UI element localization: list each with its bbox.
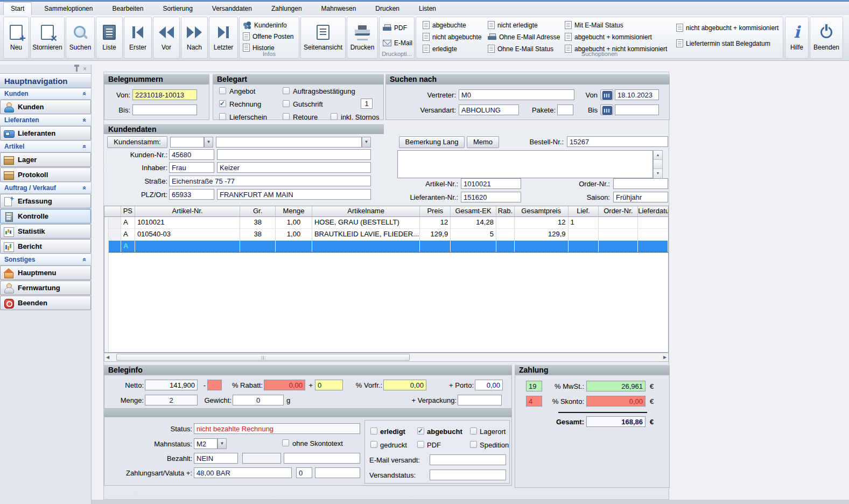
vorfracht-faktor-input[interactable] (315, 380, 343, 390)
mahnstatus-input[interactable] (194, 438, 217, 449)
mwst-prozent-input[interactable] (526, 381, 542, 391)
drucken-button[interactable]: Drucken (347, 17, 378, 59)
column-header-preis[interactable]: Preis (420, 206, 451, 216)
table-row[interactable]: A 1010021 38 1,00 HOSE, GRAU (BESTELLT) … (109, 217, 668, 229)
gedruckt-checkbox[interactable] (370, 441, 377, 448)
group-header-lieferanten[interactable]: Lieferanten« (0, 115, 91, 126)
filter-liefertermin-statt-belegdatum[interactable]: Liefertermin statt Belegdatum (676, 38, 770, 49)
kunden-name-input[interactable] (217, 149, 371, 160)
tab-sammeloptionen[interactable]: Sammeloptionen (37, 3, 100, 15)
close-icon[interactable]: × (83, 66, 87, 72)
sidebar-item-kontrolle[interactable]: Kontrolle (0, 209, 91, 223)
porto-input[interactable] (475, 380, 503, 390)
group-header-auftrag-verkauf[interactable]: Auftrag / Verkauf« (0, 183, 91, 194)
filter-abgebuchte[interactable]: abgebuchte (423, 19, 466, 31)
column-header-lief[interactable]: Lief. (569, 206, 599, 216)
valuta-input[interactable] (296, 467, 312, 478)
gutschrift-checkbox[interactable] (283, 100, 290, 107)
column-header-ps[interactable]: PS (121, 206, 135, 216)
sidebar-item-kunden[interactable]: Kunden (0, 100, 91, 114)
group-header-sonstiges[interactable]: Sonstiges« (0, 254, 91, 265)
scroll-up-icon[interactable]: ▲ (654, 151, 662, 160)
bestell-nr-input[interactable] (567, 136, 668, 147)
plz-input[interactable] (169, 189, 214, 200)
filter-nicht-abgebucht-kommisioniert[interactable]: nicht abgebucht + kommisioniert (676, 22, 778, 33)
inkl-stornos-checkbox[interactable] (331, 113, 338, 120)
tab-zahlungen[interactable]: Zahlungen (264, 3, 309, 15)
calendar-icon[interactable] (600, 104, 613, 115)
skonto-input[interactable] (586, 396, 645, 407)
abgebucht-checkbox[interactable] (417, 428, 424, 435)
kundenstamm-select-input[interactable] (170, 137, 204, 148)
pdf-item[interactable]: PDF (383, 22, 407, 33)
sidebar-item-hauptmenu[interactable]: Hauptmenu (0, 265, 91, 280)
column-header-gesamtpreis[interactable]: Gesamtpreis (515, 206, 569, 216)
sidebar-item-lager[interactable]: Lager (0, 152, 91, 167)
bemerkung-lang-button[interactable]: Bemerkung Lang (399, 136, 465, 148)
letzter-button[interactable]: Letzter (209, 17, 238, 59)
sidebar-item-erfassung[interactable]: Erfassung (0, 194, 91, 208)
belegnummer-von-input[interactable] (132, 89, 197, 100)
artikel-nr-input[interactable] (461, 178, 521, 189)
scroll-box[interactable] (654, 160, 662, 169)
pin-icon[interactable] (76, 67, 78, 72)
tab-mahnwesen[interactable]: Mahnwesen (314, 3, 363, 15)
skonto-prozent-input[interactable] (526, 396, 542, 407)
vorfracht-input[interactable] (383, 380, 426, 390)
filter-ohne-email-adresse[interactable]: Ohne E-Mail Adresse (488, 31, 560, 43)
status-input[interactable] (194, 423, 360, 434)
sidebar-item-lieferanten[interactable]: Lieferanten (0, 126, 91, 141)
versandstatus-input[interactable] (430, 470, 506, 480)
email-versandt-input[interactable] (430, 454, 506, 465)
rechnung-checkbox[interactable] (219, 100, 226, 107)
bezahlt-betrag-input[interactable] (284, 453, 360, 464)
scroll-down-icon[interactable]: ▼ (654, 169, 662, 178)
scrollbar-thumb[interactable] (116, 354, 410, 361)
column-header-order-nr[interactable]: Order-Nr. (599, 206, 638, 216)
offene-posten-item[interactable]: Offene Posten (243, 31, 294, 42)
zahlungsart-zusatz-input[interactable] (315, 467, 360, 478)
ort-input[interactable] (217, 189, 371, 200)
nachname-input[interactable] (217, 162, 371, 173)
anrede-input[interactable] (169, 162, 214, 173)
dropdown-arrow-icon[interactable]: ▼ (362, 137, 371, 148)
kundenstamm-button[interactable]: Kundenstamm: (107, 136, 167, 148)
neu-button[interactable]: + Neu (3, 17, 29, 59)
ohne-skontotext-checkbox[interactable] (282, 439, 289, 446)
order-nr-input[interactable] (613, 178, 668, 189)
suchen-button[interactable]: Suchen (66, 17, 95, 59)
saison-input[interactable] (613, 192, 668, 202)
scroll-right-icon[interactable]: ▶ (662, 355, 668, 360)
calendar-icon[interactable] (600, 89, 613, 100)
retoure-checkbox[interactable] (283, 113, 290, 120)
auftragsbestaetigung-checkbox[interactable] (283, 87, 290, 94)
column-header-artikel-nr[interactable]: Artikel-Nr. (135, 206, 240, 216)
column-header-lieferdatum[interactable]: Lieferdatu (638, 206, 668, 216)
sidebar-item-bericht[interactable]: Bericht (0, 239, 91, 254)
sidebar-item-beenden[interactable]: Beenden (0, 296, 91, 310)
beenden-button[interactable]: Beenden (810, 17, 843, 59)
filter-abgebucht-kommisioniert[interactable]: abgebucht + kommisioniert (565, 31, 652, 43)
table-row-selected[interactable]: A (109, 241, 668, 253)
kundeninfo-item[interactable]: Kundeninfo (243, 19, 287, 31)
menge-input[interactable] (145, 395, 198, 405)
vor-button[interactable]: Vor (153, 17, 180, 59)
bezahlt-input[interactable] (194, 453, 238, 464)
lieferschein-checkbox[interactable] (219, 113, 226, 120)
filter-nicht-erledigte[interactable]: nicht erledigte (488, 19, 538, 31)
dropdown-arrow-icon[interactable]: ▼ (217, 438, 227, 449)
pdf-checkbox[interactable] (417, 441, 424, 448)
erledigt-checkbox[interactable] (370, 428, 377, 435)
tab-start[interactable]: Start (3, 2, 32, 15)
column-header-gr[interactable]: Gr. (240, 206, 276, 216)
lieferanten-nr-input[interactable] (461, 192, 521, 202)
spedition-checkbox[interactable] (470, 441, 477, 448)
email-item[interactable]: E-Mail (383, 37, 412, 48)
filter-mit-email-status[interactable]: Mit E-Mail Status (565, 19, 623, 31)
tab-listen[interactable]: Listen (412, 3, 443, 15)
bezahlt-datum-input[interactable] (242, 453, 281, 464)
rabatt-faktor-input[interactable] (207, 380, 222, 390)
belegnummer-bis-input[interactable] (132, 104, 197, 115)
datum-von-input[interactable] (615, 89, 659, 100)
gewicht-input[interactable] (233, 395, 284, 405)
